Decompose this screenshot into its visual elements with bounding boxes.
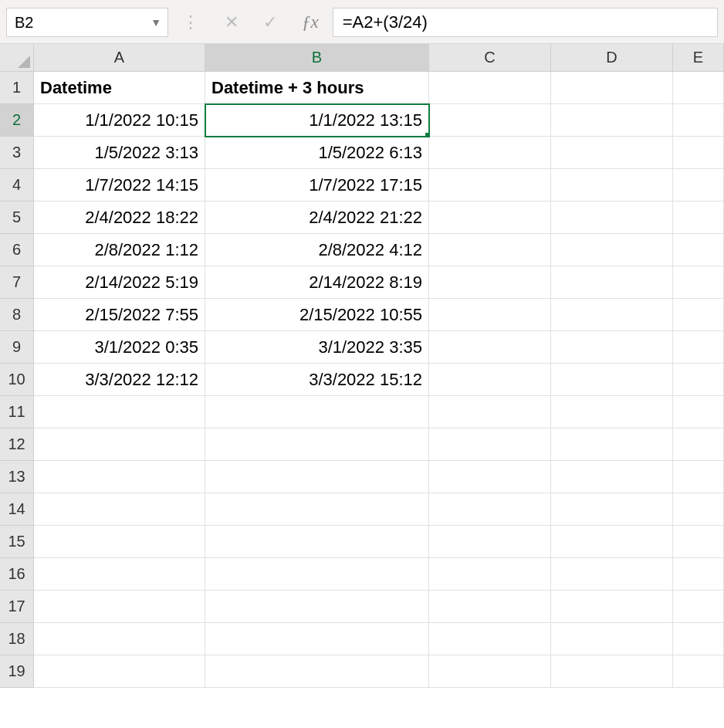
row-header[interactable]: 10 — [0, 364, 34, 396]
row-header[interactable]: 13 — [0, 461, 34, 493]
name-box[interactable]: B2 ▼ — [6, 8, 168, 37]
cell[interactable]: 1/5/2022 6:13 — [205, 137, 429, 169]
cell[interactable] — [673, 169, 724, 201]
header-cell[interactable]: Datetime — [34, 72, 205, 104]
cell[interactable] — [34, 493, 205, 526]
cell[interactable] — [551, 428, 673, 461]
cell[interactable] — [673, 299, 724, 331]
cell[interactable] — [429, 655, 551, 688]
row-header[interactable]: 15 — [0, 526, 34, 558]
cell[interactable] — [551, 623, 673, 655]
cell[interactable] — [429, 461, 551, 493]
cell[interactable] — [673, 655, 724, 688]
cell[interactable] — [34, 558, 205, 591]
cell[interactable] — [551, 201, 673, 234]
cells-area[interactable]: DatetimeDatetime + 3 hours1/1/2022 10:15… — [34, 72, 724, 727]
column-header[interactable]: D — [551, 44, 673, 71]
cell[interactable] — [205, 461, 429, 493]
cell[interactable] — [429, 623, 551, 655]
cell[interactable] — [673, 234, 724, 266]
cell[interactable] — [205, 428, 429, 461]
cell[interactable] — [205, 396, 429, 428]
cell[interactable] — [205, 493, 429, 526]
cell[interactable] — [551, 461, 673, 493]
column-header[interactable]: B — [205, 44, 429, 71]
cell[interactable] — [34, 428, 205, 461]
header-cell[interactable] — [551, 72, 673, 104]
row-header[interactable]: 4 — [0, 169, 34, 201]
cell[interactable] — [673, 428, 724, 461]
cell[interactable] — [429, 591, 551, 623]
cell[interactable]: 2/4/2022 21:22 — [205, 201, 429, 234]
cell[interactable]: 2/14/2022 8:19 — [205, 266, 429, 299]
row-header[interactable]: 11 — [0, 396, 34, 428]
cell[interactable] — [551, 234, 673, 266]
cell[interactable] — [429, 493, 551, 526]
cell[interactable]: 1/7/2022 17:15 — [205, 169, 429, 201]
cell[interactable]: 1/1/2022 13:15 — [205, 104, 429, 137]
cell[interactable]: 1/1/2022 10:15 — [34, 104, 205, 137]
row-header[interactable]: 17 — [0, 591, 34, 623]
cell[interactable] — [673, 558, 724, 591]
cell[interactable]: 1/5/2022 3:13 — [34, 137, 205, 169]
cell[interactable] — [551, 396, 673, 428]
chevron-down-icon[interactable]: ▼ — [151, 16, 161, 29]
cell[interactable] — [673, 461, 724, 493]
cell[interactable] — [429, 428, 551, 461]
cancel-icon[interactable]: ✕ — [225, 12, 239, 32]
row-header[interactable]: 5 — [0, 201, 34, 234]
function-icon[interactable]: ƒx — [302, 12, 319, 32]
cell[interactable] — [551, 526, 673, 558]
row-header[interactable]: 16 — [0, 558, 34, 591]
column-header[interactable]: A — [34, 44, 205, 71]
cell[interactable] — [34, 526, 205, 558]
cell[interactable] — [551, 364, 673, 396]
cell[interactable] — [673, 526, 724, 558]
cell[interactable] — [429, 234, 551, 266]
row-header[interactable]: 18 — [0, 623, 34, 655]
check-icon[interactable]: ✓ — [263, 12, 277, 32]
cell[interactable] — [551, 169, 673, 201]
column-header[interactable]: E — [673, 44, 724, 71]
row-header[interactable]: 9 — [0, 331, 34, 364]
cell[interactable] — [34, 623, 205, 655]
cell[interactable] — [34, 655, 205, 688]
cell[interactable] — [673, 331, 724, 364]
cell[interactable] — [205, 558, 429, 591]
cell[interactable] — [429, 104, 551, 137]
cell[interactable]: 2/15/2022 7:55 — [34, 299, 205, 331]
formula-input[interactable]: =A2+(3/24) — [333, 8, 718, 37]
row-header[interactable]: 3 — [0, 137, 34, 169]
cell[interactable] — [551, 299, 673, 331]
row-header[interactable]: 2 — [0, 104, 34, 137]
cell[interactable]: 2/14/2022 5:19 — [34, 266, 205, 299]
cell[interactable]: 3/3/2022 12:12 — [34, 364, 205, 396]
header-cell[interactable] — [429, 72, 551, 104]
cell[interactable] — [551, 558, 673, 591]
row-header[interactable]: 7 — [0, 266, 34, 299]
cell[interactable] — [673, 623, 724, 655]
cell[interactable]: 2/8/2022 1:12 — [34, 234, 205, 266]
cell[interactable] — [551, 266, 673, 299]
cell[interactable]: 3/3/2022 15:12 — [205, 364, 429, 396]
row-header[interactable]: 6 — [0, 234, 34, 266]
row-header[interactable]: 1 — [0, 72, 34, 104]
row-header[interactable]: 12 — [0, 428, 34, 461]
cell[interactable] — [429, 137, 551, 169]
cell[interactable] — [551, 104, 673, 137]
cell[interactable] — [673, 591, 724, 623]
cell[interactable] — [429, 364, 551, 396]
cell[interactable]: 3/1/2022 0:35 — [34, 331, 205, 364]
cell[interactable] — [551, 591, 673, 623]
cell[interactable] — [551, 493, 673, 526]
cell[interactable] — [673, 396, 724, 428]
cell[interactable] — [673, 137, 724, 169]
cell[interactable] — [673, 266, 724, 299]
cell[interactable] — [34, 591, 205, 623]
cell[interactable] — [551, 655, 673, 688]
cell[interactable]: 3/1/2022 3:35 — [205, 331, 429, 364]
cell[interactable]: 2/15/2022 10:55 — [205, 299, 429, 331]
header-cell[interactable]: Datetime + 3 hours — [205, 72, 429, 104]
cell[interactable] — [673, 493, 724, 526]
cell[interactable] — [429, 396, 551, 428]
